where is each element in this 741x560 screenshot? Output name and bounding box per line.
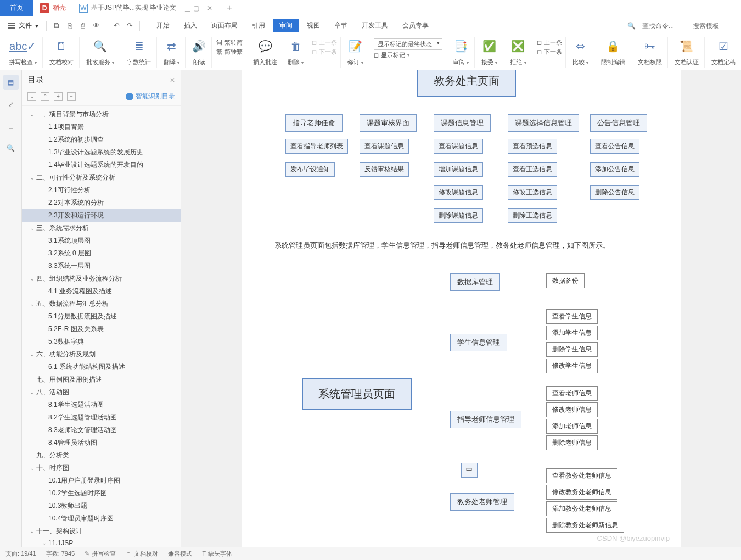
prev-comment[interactable]: ◻上一条 — [312, 38, 337, 47]
outline-item[interactable]: ⌄十、时序图 — [22, 462, 181, 474]
menu-reference[interactable]: 引用 — [245, 19, 272, 32]
status-missing-font[interactable]: Ƭ缺失字体 — [202, 550, 232, 558]
rb-batch[interactable]: 🔍批改服务 ▾ — [81, 37, 120, 68]
rb-docperm[interactable]: 🗝文档权限 — [632, 37, 668, 68]
menu-view[interactable]: 视图 — [300, 19, 327, 32]
outline-item[interactable]: 8.4管理员活动图 — [22, 436, 181, 449]
rb-restrict[interactable]: 🔒限制编辑 — [596, 37, 631, 68]
outline-item[interactable]: 10.2学生选题时序图 — [22, 487, 181, 500]
tab-daoke[interactable]: D 稻壳 — [33, 0, 72, 16]
rb-read[interactable]: 🔊朗读 — [187, 37, 212, 68]
menu-member[interactable]: 会员专享 — [396, 19, 435, 32]
menu-start[interactable]: 开始 — [150, 19, 176, 32]
outline-item[interactable]: 5.3数据字典 — [22, 335, 181, 348]
template-search-input[interactable] — [693, 22, 737, 30]
rail-search-icon[interactable]: 🔍 — [3, 141, 19, 156]
rail-bookmark-icon[interactable]: ◻ — [3, 119, 19, 134]
status-spell[interactable]: ✎拼写检查 — [85, 550, 116, 558]
status-proof[interactable]: 🗒文档校对 — [126, 550, 158, 558]
outline-item[interactable]: ⌄十一、架构设计 — [22, 525, 181, 537]
outline-item[interactable]: 8.1学生选题活动图 — [22, 399, 181, 411]
outline-item[interactable]: ⌄八、活动图 — [22, 386, 181, 399]
expand-all-icon[interactable]: ⌃ — [41, 92, 49, 101]
outline-item[interactable]: ⌄一、项目背景与市场分析 — [22, 108, 181, 121]
window-min-icon[interactable]: ▁ — [185, 4, 190, 12]
qat-save-icon[interactable]: 🗎 — [51, 20, 62, 31]
rb-spellcheck[interactable]: abc✓拼写检查 ▾ — [3, 37, 43, 68]
rb-compare[interactable]: ⇔比较 ▾ — [567, 37, 594, 68]
rb-insert-comment[interactable]: 💬插入批注 — [248, 37, 283, 68]
add-icon[interactable]: + — [54, 92, 63, 101]
outline-item[interactable]: 5.1分层数据流图及描述 — [22, 310, 181, 323]
menu-devtools[interactable]: 开发工具 — [355, 19, 395, 32]
outline-item[interactable]: 1.3毕业设计选题系统的发展历史 — [22, 146, 181, 159]
command-search-input[interactable] — [642, 22, 686, 30]
outline-item[interactable]: 3.2系统 0 层图 — [22, 247, 181, 260]
prev-change[interactable]: ◻上一条 — [537, 38, 562, 47]
outline-item[interactable]: 2.1可行性分析 — [22, 184, 181, 197]
rail-outline-icon[interactable]: ▤ — [3, 75, 19, 90]
tab-new[interactable]: + — [219, 0, 239, 16]
outline-item[interactable]: ⌄二、可行性分析及系统分析 — [22, 171, 181, 184]
outline-item[interactable]: 1.1项目背景 — [22, 121, 181, 133]
outline-item[interactable]: 3.1系统顶层图 — [22, 234, 181, 247]
tab-document[interactable]: W 基于JSP的毕...实现 毕业论文 ▁ ▢ ✕ — [72, 0, 219, 16]
outline-item[interactable]: 10.4管理员审题时序图 — [22, 512, 181, 525]
status-words[interactable]: 字数: 7945 — [46, 550, 75, 558]
file-menu[interactable]: 文件 ▾ — [4, 21, 42, 30]
outline-item[interactable]: 2.3开发和运行环境 — [22, 209, 181, 222]
status-page[interactable]: 页面: 19/41 — [5, 550, 36, 558]
outline-item[interactable]: 九、分析类 — [22, 449, 181, 462]
rb-simpletrad[interactable]: 词繁转简 繁简转繁 — [213, 37, 246, 68]
menu-review[interactable]: 审阅 — [273, 19, 299, 32]
outline-item[interactable]: 1.2系统的初步调查 — [22, 133, 181, 146]
show-markup[interactable]: ◻显示标记 ▾ — [374, 51, 442, 59]
qat-open-icon[interactable]: ⎘ — [64, 20, 75, 31]
outline-item[interactable]: ⌄11.1JSP — [22, 537, 181, 547]
outline-item[interactable]: 10.1用户注册登录时序图 — [22, 474, 181, 487]
rb-reject[interactable]: ❎拒绝 ▾ — [504, 37, 532, 68]
outline-item[interactable]: ⌄三、系统需求分析 — [22, 222, 181, 234]
rb-accept[interactable]: ✅接受 ▾ — [476, 37, 503, 68]
outline-item[interactable]: 5.2E-R 图及关系表 — [22, 323, 181, 335]
rail-expand-icon[interactable]: ⤢ — [3, 97, 19, 112]
qat-print-icon[interactable]: ⎙ — [77, 20, 88, 31]
menu-chapter[interactable]: 章节 — [328, 19, 354, 32]
outline-item[interactable]: 3.3系统一层图 — [22, 260, 181, 272]
outline-item[interactable]: 七、用例图及用例描述 — [22, 373, 181, 386]
remove-icon[interactable]: − — [67, 92, 76, 101]
window-restore-icon[interactable]: ▢ — [193, 4, 199, 12]
outline-item[interactable]: 2.2对本系统的分析 — [22, 197, 181, 209]
outline-item[interactable]: 4.1 业务流程图及描述 — [22, 285, 181, 298]
outline-item[interactable]: 1.4毕业设计选题系统的开发目的 — [22, 159, 181, 171]
rb-wordcount[interactable]: ≣字数统计 — [121, 37, 157, 68]
document-area[interactable]: 教务处主页面 指导老师任命课题审核界面课题信息管理课题选择信息管理公告信息管理 … — [181, 70, 741, 547]
outline-item[interactable]: 6.1 系统功能结构图及描述 — [22, 361, 181, 373]
next-comment[interactable]: ◻下一条 — [312, 48, 337, 56]
rb-doccert[interactable]: 📜文档认证 — [669, 37, 705, 68]
rb-review[interactable]: 📑审阅 ▾ — [447, 37, 475, 68]
qat-redo-icon[interactable]: ↷ — [124, 20, 135, 31]
rb-track[interactable]: 📝修订 ▾ — [342, 37, 369, 68]
menu-insert[interactable]: 插入 — [177, 19, 204, 32]
tab-home[interactable]: 首页 — [0, 0, 33, 16]
outline-item[interactable]: ⌄五、数据流程与汇总分析 — [22, 298, 181, 310]
outline-item[interactable]: ⌄四、组织结构及业务流程分析 — [22, 272, 181, 285]
outline-item[interactable]: ⌄六、功能分析及规划 — [22, 348, 181, 361]
outline-close-icon[interactable]: ✕ — [170, 76, 175, 84]
outline-item[interactable]: 10.3教师出题 — [22, 500, 181, 512]
collapse-all-icon[interactable]: ⌄ — [27, 92, 36, 101]
smart-recognize[interactable]: 智能识别目录 — [126, 92, 175, 101]
rb-translate[interactable]: ⇄翻译 ▾ — [158, 37, 186, 68]
outline-item[interactable]: 8.3老师论文管理活动图 — [22, 424, 181, 436]
menu-layout[interactable]: 页面布局 — [205, 19, 244, 32]
outline-item[interactable]: 8.2学生选题管理活动图 — [22, 411, 181, 424]
tab-close-icon[interactable]: ✕ — [207, 4, 212, 12]
rb-delete-comment[interactable]: 🗑删除 ▾ — [284, 37, 307, 68]
qat-preview-icon[interactable]: 👁 — [91, 20, 102, 31]
markup-select[interactable]: 显示标记的最终状态 — [374, 38, 442, 50]
qat-undo-icon[interactable]: ↶ — [111, 20, 122, 31]
rb-docproof[interactable]: 🗒文档校对 — [44, 37, 80, 68]
next-change[interactable]: ◻下一条 — [537, 48, 562, 56]
rb-doclock[interactable]: ☑文档定稿 — [706, 37, 741, 68]
